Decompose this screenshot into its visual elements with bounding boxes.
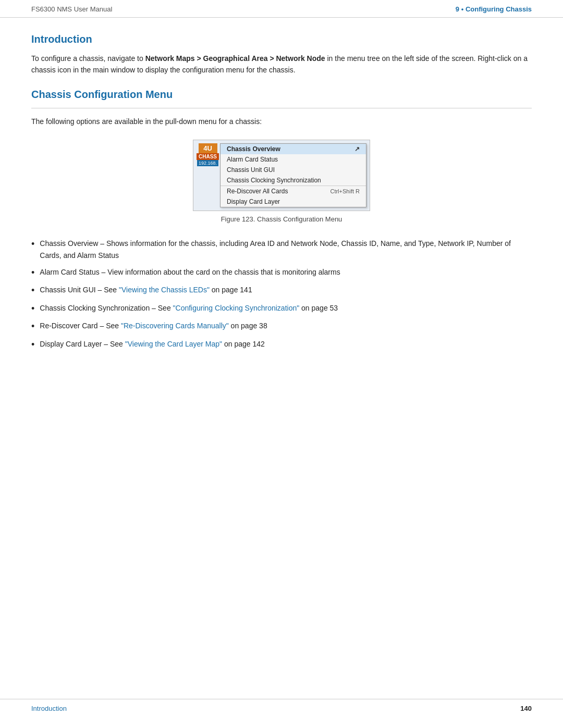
header-chapter-number: 9 (456, 5, 459, 13)
link-configuring-clocking[interactable]: "Configuring Clocking Synchronization" (173, 304, 300, 312)
footer-section-label: Introduction (31, 705, 67, 712)
figure-caption: Figure 123. Chassis Configuration Menu (221, 215, 342, 223)
chassis-icon: 4U CHASS 192.168. (197, 143, 219, 166)
header-chapter: 9 • Configuring Chassis (456, 5, 532, 13)
list-item: • Alarm Card Status – View information a… (31, 266, 532, 279)
list-item: • Re-Discover Card – See "Re-Discovering… (31, 320, 532, 332)
chassis-config-subtitle: The following options are available in t… (31, 116, 532, 127)
context-menu-mockup: 4U CHASS 192.168. Chassis Overview ↗ Ala… (193, 140, 370, 211)
header-manual-title: FS6300 NMS User Manual (31, 5, 112, 13)
menu-item-chassis-clocking[interactable]: Chassis Clocking Synchronization (221, 175, 366, 186)
page-header: FS6300 NMS User Manual 9 • Configuring C… (0, 0, 563, 18)
page-footer: Introduction 140 (0, 699, 563, 712)
cursor-indicator: ↗ (354, 145, 360, 153)
bullet-dot: • (31, 285, 34, 297)
bullet-text: Alarm Card Status – View information abo… (40, 266, 340, 278)
list-item: • Chassis Overview – Shows information f… (31, 238, 532, 261)
footer-page-number: 140 (520, 705, 532, 712)
chassis-config-title: Chassis Configuration Menu (31, 89, 532, 101)
bullet-text: Re-Discover Card – See "Re-Discovering C… (40, 320, 267, 331)
main-content: Introduction To configure a chassis, nav… (0, 33, 563, 351)
bullet-text: Chassis Unit GUI – See "Viewing the Chas… (40, 284, 252, 295)
menu-item-label: Re-Discover All Cards (227, 188, 288, 195)
introduction-paragraph: To configure a chassis, navigate to Netw… (31, 53, 532, 76)
menu-item-rediscover[interactable]: Re-Discover All Cards Ctrl+Shift R (221, 186, 366, 196)
chassis-icon-4u: 4U (199, 143, 217, 153)
bullet-dot: • (31, 320, 34, 332)
menu-item-label: Alarm Card Status (227, 156, 278, 163)
menu-item-display-card-layer[interactable]: Display Card Layer (221, 196, 366, 207)
bullet-dot: • (31, 303, 34, 315)
link-card-layer-map[interactable]: "Viewing the Card Layer Map" (125, 340, 222, 348)
bullet-text: Chassis Clocking Synchronization – See "… (40, 302, 338, 314)
bullet-dot: • (31, 339, 34, 351)
menu-item-chassis-overview[interactable]: Chassis Overview ↗ (221, 144, 366, 154)
list-item: • Display Card Layer – See "Viewing the … (31, 338, 532, 351)
bullet-text: Display Card Layer – See "Viewing the Ca… (40, 338, 265, 350)
bullet-list: • Chassis Overview – Shows information f… (31, 238, 532, 351)
menu-item-alarm-card-status[interactable]: Alarm Card Status (221, 154, 366, 165)
menu-item-label: Chassis Unit GUI (227, 166, 275, 174)
figure-container: 4U CHASS 192.168. Chassis Overview ↗ Ala… (31, 140, 532, 223)
header-chapter-title: Configuring Chassis (466, 5, 532, 13)
menu-item-shortcut: Ctrl+Shift R (330, 188, 360, 194)
nav-path: Network Maps > Geographical Area > Netwo… (145, 54, 325, 63)
list-item: • Chassis Clocking Synchronization – See… (31, 302, 532, 315)
bullet-dot: • (31, 267, 34, 279)
link-viewing-leds[interactable]: "Viewing the Chassis LEDs" (119, 286, 210, 294)
section-divider (31, 108, 532, 108)
chassis-icon-ip: 192.168. (197, 160, 218, 166)
menu-item-chassis-unit-gui[interactable]: Chassis Unit GUI (221, 165, 366, 175)
context-menu: Chassis Overview ↗ Alarm Card Status Cha… (220, 143, 366, 207)
chassis-icon-label: CHASS (197, 153, 219, 160)
link-rediscovering-cards[interactable]: "Re-Discovering Cards Manually" (121, 322, 229, 330)
introduction-title: Introduction (31, 33, 532, 45)
bullet-text: Chassis Overview – Shows information for… (40, 238, 532, 261)
menu-item-label: Chassis Overview (227, 145, 280, 153)
bullet-dot: • (31, 238, 34, 250)
header-dot: • (461, 5, 464, 13)
menu-item-label: Chassis Clocking Synchronization (227, 177, 321, 184)
menu-item-label: Display Card Layer (227, 198, 280, 205)
list-item: • Chassis Unit GUI – See "Viewing the Ch… (31, 284, 532, 297)
